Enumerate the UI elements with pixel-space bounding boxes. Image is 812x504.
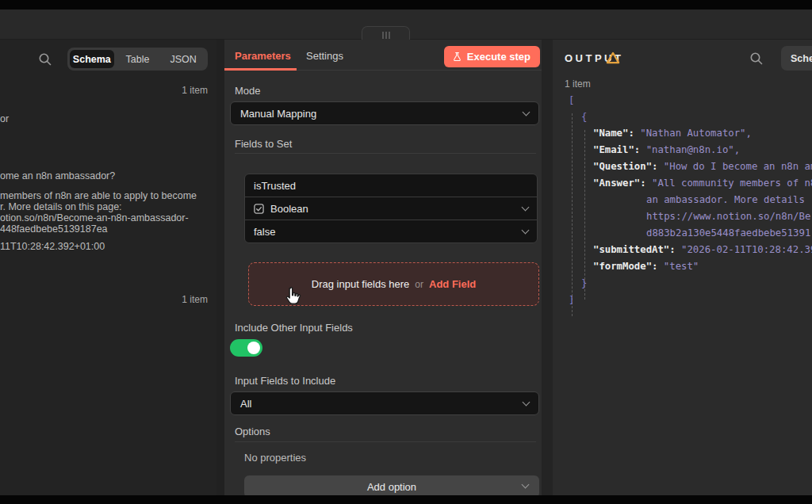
json-bracket: [	[569, 94, 574, 105]
schema-value-fragment: or	[0, 113, 9, 124]
bottom-black-bar	[0, 495, 812, 504]
display-mode-tabs: SchemaTableJSON	[67, 48, 208, 71]
json-key: "submittedAt":	[593, 244, 681, 255]
json-line: "formMode": "test"	[565, 258, 812, 275]
n8n-node-detail-view: SchemaTableJSON 1 item orome an n8n amba…	[0, 0, 812, 504]
drag-drop-zone[interactable]: Drag input fields here or Add Field	[248, 262, 539, 306]
search-icon[interactable]	[749, 52, 764, 66]
input-fields-include-label: Input Fields to Include	[235, 375, 335, 387]
chevron-down-icon	[522, 481, 530, 489]
json-line: [	[565, 92, 812, 109]
json-bracket: ]	[569, 294, 574, 305]
json-line: "Name": "Nathan Automator",	[565, 125, 812, 142]
json-value: "All community members of n8	[652, 178, 812, 189]
field-type-select[interactable]: Boolean	[244, 197, 538, 220]
schema-value-fragment: otion.so/n8n/Become-an-n8n-ambassador-	[0, 212, 189, 223]
add-field-button[interactable]: Add Field	[429, 278, 476, 290]
json-key: "Name":	[593, 128, 640, 139]
section-divider	[235, 153, 536, 154]
search-icon[interactable]	[38, 52, 52, 67]
json-line: d883b2a130e5448faedbebe51391	[565, 225, 812, 242]
json-bracket: }	[581, 277, 587, 288]
input-item-count: 1 item	[182, 85, 208, 96]
chevron-down-icon	[523, 399, 530, 407]
mode-select[interactable]: Manual Mapping	[230, 101, 539, 125]
execute-step-button[interactable]: Execute step	[444, 46, 540, 67]
tab-schema[interactable]: Schema	[70, 50, 114, 68]
output-panel: OUTPUT Schema 1 item [{"Name": "Nathan A…	[553, 40, 812, 495]
json-bracket: {	[581, 111, 587, 122]
json-line: "Answer": "All community members of n8	[565, 175, 812, 192]
json-line: "submittedAt": "2026-02-11T10:28:42.39	[565, 242, 812, 258]
warning-icon	[606, 51, 620, 65]
field-value-value: false	[254, 226, 275, 238]
schema-value-fragment: 11T10:28:42.392+01:00	[0, 241, 105, 252]
json-line: "Email": "nathan@n8n.io",	[565, 142, 812, 158]
schema-value-fragment: ome an n8n ambassador?	[0, 170, 115, 181]
json-value: "nathan@n8n.io",	[646, 144, 740, 155]
input-fields-include-value: All	[240, 398, 251, 410]
drag-hint-text: Drag input fields here	[312, 278, 410, 290]
json-value: "test"	[664, 261, 699, 272]
tab-table[interactable]: Table	[116, 50, 160, 68]
output-schema-tab[interactable]: Schema	[781, 46, 812, 71]
json-value: "2026-02-11T10:28:42.39	[681, 244, 812, 255]
chevron-down-icon	[522, 204, 530, 212]
mode-label: Mode	[235, 85, 261, 97]
tab-json[interactable]: JSON	[161, 50, 205, 68]
json-key: "Email":	[593, 144, 646, 155]
add-option-label: Add option	[367, 481, 416, 493]
json-line: {	[565, 109, 812, 125]
tab-settings[interactable]: Settings	[306, 50, 343, 62]
add-option-button[interactable]: Add option	[244, 475, 539, 495]
input-fields-include-select[interactable]: All	[230, 391, 539, 415]
include-other-toggle[interactable]	[230, 339, 262, 357]
json-value: "Nathan Automator",	[640, 128, 752, 139]
top-black-bar	[0, 0, 812, 10]
schema-value-fragment: members of n8n are able to apply to beco…	[0, 190, 197, 201]
field-type-value: Boolean	[270, 203, 308, 215]
input-item-count-bottom: 1 item	[182, 294, 208, 305]
schema-value-fragment: 448faedbebe5139187ea	[0, 223, 108, 235]
fields-to-set-label: Fields to Set	[235, 138, 292, 150]
execute-step-label: Execute step	[467, 51, 530, 63]
field-name-value: isTrusted	[254, 180, 296, 192]
json-key: "formMode":	[593, 261, 664, 272]
toggle-knob	[247, 342, 260, 354]
right-panel-divider	[542, 40, 553, 495]
json-value: "How do I become an n8n am	[664, 161, 812, 172]
mode-value: Manual Mapping	[240, 108, 316, 120]
input-panel-header: SchemaTableJSON	[0, 40, 216, 79]
section-divider	[235, 441, 536, 442]
output-item-count: 1 item	[565, 78, 591, 90]
schema-value-fragment: r. More details on this page:	[0, 201, 122, 212]
chevron-down-icon	[522, 227, 530, 235]
input-panel: SchemaTableJSON 1 item orome an n8n amba…	[0, 40, 216, 495]
include-other-label: Include Other Input Fields	[235, 322, 353, 334]
field-name-input[interactable]: isTrusted	[244, 174, 538, 197]
json-line: https://www.notion.so/n8n/Be	[565, 208, 812, 225]
or-text: or	[415, 279, 423, 290]
options-label: Options	[235, 426, 270, 437]
left-panel-divider	[216, 40, 224, 495]
chevron-down-icon	[523, 109, 530, 116]
json-line: an ambassador. More details	[565, 192, 812, 208]
json-line: }	[565, 275, 812, 292]
json-value: https://www.notion.so/n8n/Be	[646, 211, 810, 222]
json-value: d883b2a130e5448faedbebe51391	[646, 227, 810, 239]
json-line: ]	[565, 292, 812, 308]
active-tab-underline	[224, 68, 297, 71]
tab-parameters[interactable]: Parameters	[235, 50, 291, 62]
field-value-select[interactable]: false	[244, 220, 538, 243]
flask-icon	[452, 52, 462, 62]
no-properties-text: No properties	[244, 452, 306, 464]
boolean-checkbox-icon	[254, 204, 264, 214]
node-settings-panel: Parameters Settings Execute step Mode Ma…	[224, 40, 542, 495]
json-key: "Answer":	[593, 178, 652, 189]
output-json-view: [{"Name": "Nathan Automator","Email": "n…	[553, 92, 812, 308]
json-key: "Question":	[593, 161, 664, 172]
json-line: "Question": "How do I become an n8n am	[565, 158, 812, 175]
json-value: an ambassador. More details	[646, 194, 805, 205]
